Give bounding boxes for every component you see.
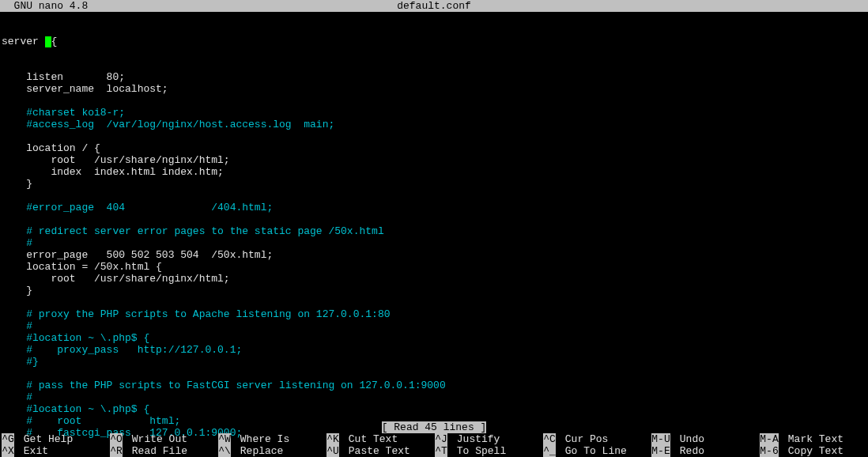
- editor-text: # proxy the PHP scripts to Apache listen…: [2, 308, 390, 320]
- editor-line: #error_page 404 /404.html;: [2, 202, 866, 213]
- shortcut-bar: ^G Get Help^O Write Out^W Where Is^K Cut…: [0, 433, 868, 457]
- editor-line: #}: [2, 356, 866, 368]
- editor-line: location / {: [2, 142, 866, 154]
- editor-text: # proxy_pass http://127.0.0.1;: [2, 344, 242, 356]
- shortcut-item[interactable]: ^R Read File: [110, 445, 218, 457]
- editor-line: listen 80;: [2, 71, 866, 83]
- shortcut-label: Justify: [447, 433, 500, 445]
- editor-line: # proxy_pass http://127.0.0.1;: [2, 344, 866, 356]
- shortcut-label: Write Out: [123, 433, 187, 445]
- editor-line: }: [2, 285, 866, 296]
- status-line: [ Read 45 lines ]: [0, 421, 868, 433]
- shortcut-label: Go To Line: [556, 445, 627, 457]
- editor-line: [2, 296, 866, 308]
- editor-line: #: [2, 237, 866, 249]
- editor-line: root /usr/share/nginx/html;: [2, 273, 866, 285]
- shortcut-key: ^J: [435, 433, 447, 445]
- editor-line: #location ~ \.php$ {: [2, 403, 866, 415]
- editor-line: #: [2, 391, 866, 403]
- shortcut-key: ^U: [326, 445, 339, 457]
- shortcut-key: ^C: [543, 433, 556, 445]
- editor-text: #location ~ \.php$ {: [2, 403, 149, 415]
- editor-area[interactable]: server { listen 80; server_name localhos…: [0, 12, 868, 451]
- filename: default.conf: [397, 0, 471, 12]
- editor-line: location = /50x.html {: [2, 261, 866, 273]
- editor-line: # redirect server error pages to the sta…: [2, 225, 866, 237]
- editor-line: #location ~ \.php$ {: [2, 332, 866, 344]
- editor-text: #: [2, 391, 32, 403]
- shortcut-item[interactable]: M-U Undo: [651, 433, 760, 445]
- shortcut-item[interactable]: ^G Get Help: [2, 433, 110, 445]
- shortcut-label: Cur Pos: [556, 433, 608, 445]
- shortcut-label: Exit: [14, 445, 48, 457]
- editor-line: }: [2, 178, 866, 190]
- status-text: [ Read 45 lines ]: [382, 421, 487, 433]
- cursor: [45, 36, 51, 47]
- app-name: GNU nano 4.8: [2, 0, 88, 12]
- editor-text: listen 80;: [2, 71, 125, 83]
- editor-line: [2, 213, 866, 225]
- shortcut-item[interactable]: ^\ Replace: [218, 445, 326, 457]
- shortcut-label: Paste Text: [339, 445, 410, 457]
- editor-text: # redirect server error pages to the sta…: [2, 225, 384, 237]
- editor-text: #location ~ \.php$ {: [2, 332, 149, 344]
- shortcut-item[interactable]: ^U Paste Text: [326, 445, 435, 457]
- shortcut-item[interactable]: ^C Cur Pos: [543, 433, 651, 445]
- editor-line: [2, 130, 866, 142]
- editor-text: {: [51, 36, 58, 47]
- shortcut-key: ^R: [110, 445, 123, 457]
- editor-text: #: [2, 237, 32, 249]
- editor-text: location = /50x.html {: [2, 261, 162, 273]
- shortcut-label: Where Is: [231, 433, 289, 445]
- shortcut-key: ^_: [543, 445, 556, 457]
- editor-text: }: [2, 285, 32, 296]
- shortcut-row: ^G Get Help^O Write Out^W Where Is^K Cut…: [0, 433, 868, 445]
- shortcut-item[interactable]: ^T To Spell: [435, 445, 543, 457]
- shortcut-label: Read File: [123, 445, 187, 457]
- editor-text: root /usr/share/nginx/html;: [2, 273, 230, 285]
- shortcut-label: Cut Text: [339, 433, 398, 445]
- editor-line: [2, 368, 866, 380]
- shortcut-key: ^G: [2, 433, 14, 445]
- shortcut-item[interactable]: ^X Exit: [2, 445, 110, 457]
- title-bar: GNU nano 4.8 default.conf: [0, 0, 868, 12]
- editor-text: root /usr/share/nginx/html;: [2, 154, 230, 166]
- shortcut-key: ^X: [2, 445, 14, 457]
- editor-text: error_page 500 502 503 504 /50x.html;: [2, 249, 273, 261]
- editor-text: #access_log /var/log/nginx/host.access.l…: [2, 119, 334, 130]
- shortcut-key: M-A: [760, 433, 779, 445]
- shortcut-key: ^O: [110, 433, 123, 445]
- editor-line: root /usr/share/nginx/html;: [2, 154, 866, 166]
- shortcut-item[interactable]: M-6 Copy Text: [760, 445, 868, 457]
- shortcut-label: Replace: [231, 445, 283, 457]
- shortcut-item[interactable]: M-E Redo: [651, 445, 760, 457]
- shortcut-label: Get Help: [14, 433, 73, 445]
- editor-line: # pass the PHP scripts to FastCGI server…: [2, 380, 866, 391]
- shortcut-key: ^\: [218, 445, 231, 457]
- shortcut-label: Redo: [670, 445, 704, 457]
- shortcut-label: Undo: [670, 433, 704, 445]
- shortcut-item[interactable]: ^J Justify: [435, 433, 543, 445]
- editor-line: #charset koi8-r;: [2, 107, 866, 119]
- editor-text: #: [2, 320, 32, 332]
- shortcut-item[interactable]: ^K Cut Text: [326, 433, 435, 445]
- editor-line: server {: [2, 36, 866, 47]
- editor-text: index index.html index.htm;: [2, 166, 224, 178]
- editor-text: #charset koi8-r;: [2, 107, 125, 119]
- shortcut-label: Mark Text: [779, 433, 843, 445]
- editor-line: #: [2, 320, 866, 332]
- shortcut-key: ^K: [326, 433, 339, 445]
- shortcut-key: M-U: [651, 433, 670, 445]
- shortcut-item[interactable]: ^_ Go To Line: [543, 445, 651, 457]
- shortcut-item[interactable]: ^W Where Is: [218, 433, 326, 445]
- shortcut-key: M-E: [651, 445, 670, 457]
- editor-line: # proxy the PHP scripts to Apache listen…: [2, 308, 866, 320]
- editor-text: location / {: [2, 142, 100, 154]
- editor-text: # pass the PHP scripts to FastCGI server…: [2, 380, 446, 391]
- shortcut-item[interactable]: M-A Mark Text: [760, 433, 868, 445]
- editor-text: #error_page 404 /404.html;: [2, 202, 273, 213]
- editor-line: index index.html index.htm;: [2, 166, 866, 178]
- editor-line: error_page 500 502 503 504 /50x.html;: [2, 249, 866, 261]
- editor-line: [2, 190, 866, 202]
- shortcut-item[interactable]: ^O Write Out: [110, 433, 218, 445]
